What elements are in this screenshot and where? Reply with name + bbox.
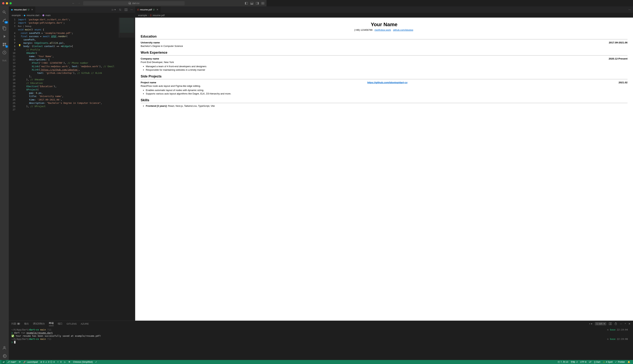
split-icon[interactable]: [124, 8, 128, 11]
toggle-panel-icon[interactable]: [250, 2, 253, 5]
list-item: Supports various auto layout algorithms …: [146, 92, 266, 95]
toggle-sidebar-icon[interactable]: [245, 2, 248, 5]
breadcrumbs-left[interactable]: example › ◆ resume.dart › ⬢ main: [9, 13, 135, 18]
symbol-icon: ⬢: [42, 14, 44, 17]
dart-file-icon: ◆: [11, 8, 13, 11]
pdf-file-icon: ⎙: [150, 14, 152, 17]
extensions-activity[interactable]: 1: [0, 40, 9, 48]
pdf-preview[interactable]: Your Name (+86) 123456789 me@xbox.work g…: [135, 18, 266, 154]
pdf-name: Your Name: [141, 22, 266, 28]
list-item: Enables automatic layout of nodes with d…: [146, 89, 266, 92]
tab-resume-dart[interactable]: ◆ resume.dart U ✕: [9, 6, 36, 13]
pdf-skill-label: Frontend [3 years]:: [146, 104, 168, 107]
line-gutter: 123 456789101112131415161718192021222324…: [9, 18, 18, 154]
list-item: Responsible for maintaining websites in …: [146, 68, 266, 71]
tex-activity[interactable]: TEX: [0, 56, 9, 65]
close-icon[interactable]: ✕: [31, 8, 33, 11]
pdf-edu-name: University name: [141, 41, 160, 44]
pdf-section-skills: Skills: [141, 98, 266, 103]
chevron-right-icon: ›: [40, 14, 41, 17]
svg-rect-7: [263, 2, 264, 3]
svg-rect-5: [258, 2, 258, 4]
search-activity[interactable]: [0, 8, 9, 16]
pdf-section-education: Education: [141, 34, 266, 39]
main-area: ◆ resume.dart U ✕ ▷ ▾ ⋯ example › ◆ resu…: [9, 6, 266, 154]
tab-resume-pdf[interactable]: ⎙ resume.pdf U ✕: [135, 6, 161, 13]
source-control-activity[interactable]: 16: [0, 16, 9, 24]
pdf-edu-desc: Bachelor's Degree in Computer Science: [141, 45, 266, 48]
svg-rect-8: [262, 4, 263, 4]
tab-label: resume.dart: [14, 8, 26, 11]
pdf-edu-row: University name 2017.09-2021.06: [141, 41, 266, 44]
pdf-contact: (+86) 123456789 me@xbox.work github.com/…: [141, 28, 266, 31]
compare-icon[interactable]: [119, 8, 122, 11]
titlebar: ← → dart-cv: [0, 0, 266, 6]
scm-badge: 16: [4, 21, 8, 24]
pdf-work-desc: Front End Developer, New York: [141, 61, 266, 64]
chevron-right-icon: ›: [22, 14, 22, 17]
svg-rect-3: [250, 4, 253, 4]
breadcrumb-segment[interactable]: resume.pdf: [152, 14, 164, 17]
lightbulb-icon[interactable]: 💡: [18, 44, 21, 47]
breadcrumb-segment[interactable]: resume.dart: [26, 14, 39, 17]
breadcrumbs-right[interactable]: example › ⎙ resume.pdf: [135, 13, 266, 18]
editor-row: ◆ resume.dart U ✕ ▷ ▾ ⋯ example › ◆ resu…: [9, 6, 266, 154]
svg-rect-1: [245, 2, 246, 4]
editor-pane-right: ⎙ resume.pdf U ✕ ⋯ example › ⎙ resume.pd…: [135, 6, 266, 154]
customize-layout-icon[interactable]: [261, 2, 264, 5]
command-center[interactable]: dart-cv: [83, 1, 184, 6]
editor-pane-left: ◆ resume.dart U ✕ ▷ ▾ ⋯ example › ◆ resu…: [9, 6, 135, 154]
more-icon[interactable]: ⋯: [130, 8, 133, 11]
extensions-badge: 1: [5, 45, 8, 48]
nav-forward-icon[interactable]: →: [78, 2, 80, 4]
toggle-secondary-icon[interactable]: [256, 2, 259, 5]
minimap[interactable]: [119, 18, 135, 38]
close-window-button[interactable]: [2, 2, 4, 4]
git-status-badge: U: [28, 8, 29, 11]
code-editor[interactable]: 123 456789101112131415161718192021222324…: [9, 18, 135, 154]
pdf-file-icon: ⎙: [137, 8, 139, 11]
run-debug-activity[interactable]: [0, 32, 9, 40]
maximize-window-button[interactable]: [10, 2, 12, 4]
nav-arrows: ← →: [72, 2, 80, 4]
list-item: Frontend [3 years]: React, Next.js, Tail…: [146, 104, 266, 107]
activity-bar: 16 1 TEX: [0, 6, 9, 154]
pdf-work-row: Company name 2020.12-Present: [141, 57, 266, 60]
traffic-lights: [2, 2, 12, 4]
dart-file-icon: ◆: [24, 14, 26, 17]
editor-actions-left: ▷ ▾ ⋯: [112, 6, 135, 13]
pdf-work-name: Company name: [141, 57, 159, 60]
tabs-row-right: ⎙ resume.pdf U ✕ ⋯: [135, 6, 266, 13]
pdf-skill-value: React, Next.js, Tailwind.css, TypeScript…: [168, 104, 215, 107]
pdf-work-bullets: Managed a team of 4 front-end developers…: [146, 65, 266, 71]
svg-rect-12: [125, 8, 126, 11]
pdf-skills-list: Frontend [3 years]: React, Next.js, Tail…: [146, 104, 266, 107]
minimize-window-button[interactable]: [6, 2, 8, 4]
explorer-activity[interactable]: [0, 24, 9, 32]
search-icon: [128, 2, 131, 5]
list-item: Managed a team of 4 front-end developers…: [146, 65, 266, 68]
tab-label: resume.pdf: [140, 8, 152, 11]
pdf-section-projects: Side Projects: [141, 74, 266, 79]
svg-rect-13: [126, 8, 127, 11]
pdf-proj-name: Project name: [141, 81, 156, 84]
breadcrumb-segment[interactable]: main: [46, 14, 50, 17]
run-icon[interactable]: ▷ ▾: [112, 8, 116, 11]
pdf-proj-row: Project name https://github.com/idootop/…: [141, 81, 266, 84]
pdf-proj-bullets: Enables automatic layout of nodes with d…: [146, 89, 266, 95]
svg-rect-9: [263, 4, 264, 4]
git-status-badge: U: [153, 8, 154, 11]
svg-rect-6: [262, 2, 263, 3]
layout-controls: [245, 2, 264, 5]
close-icon[interactable]: ✕: [156, 8, 158, 11]
nav-back-icon[interactable]: ←: [72, 2, 74, 4]
command-center-text: dart-cv: [132, 2, 140, 4]
pdf-section-work: Work Experience: [141, 51, 266, 56]
breadcrumb-segment[interactable]: example: [138, 14, 147, 17]
pdf-proj-desc: ReactFlow node auto layout and Figma-lik…: [141, 84, 266, 87]
breadcrumb-segment[interactable]: example: [12, 14, 21, 17]
timeline-activity[interactable]: [0, 48, 9, 56]
code-lines[interactable]: import 'package:dart_cv/dart_cv.dart';im…: [18, 18, 135, 154]
chevron-right-icon: ›: [148, 14, 149, 17]
tabs-row-left: ◆ resume.dart U ✕ ▷ ▾ ⋯: [9, 6, 135, 13]
